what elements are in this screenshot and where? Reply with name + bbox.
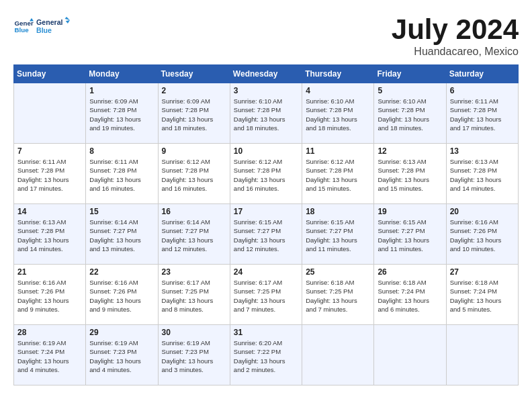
calendar-cell: 1Sunrise: 6:09 AM Sunset: 7:28 PM Daylig… xyxy=(86,83,158,144)
calendar-cell: 8Sunrise: 6:11 AM Sunset: 7:28 PM Daylig… xyxy=(86,144,158,204)
calendar-cell: 24Sunrise: 6:17 AM Sunset: 7:25 PM Dayli… xyxy=(230,265,302,325)
day-info: Sunrise: 6:17 AM Sunset: 7:25 PM Dayligh… xyxy=(162,278,226,314)
day-of-week-header: Friday xyxy=(374,65,446,83)
day-number: 25 xyxy=(306,267,370,277)
day-info: Sunrise: 6:13 AM Sunset: 7:28 PM Dayligh… xyxy=(17,218,82,253)
calendar-cell xyxy=(446,325,518,385)
day-number: 20 xyxy=(450,207,515,216)
calendar-cell: 7Sunrise: 6:11 AM Sunset: 7:28 PM Daylig… xyxy=(14,144,86,204)
day-info: Sunrise: 6:15 AM Sunset: 7:27 PM Dayligh… xyxy=(234,218,298,253)
logo-bird-icon: General Blue xyxy=(36,13,70,39)
day-info: Sunrise: 6:13 AM Sunset: 7:28 PM Dayligh… xyxy=(378,157,442,193)
day-info: Sunrise: 6:12 AM Sunset: 7:28 PM Dayligh… xyxy=(162,157,226,193)
day-info: Sunrise: 6:18 AM Sunset: 7:24 PM Dayligh… xyxy=(378,278,442,314)
day-info: Sunrise: 6:14 AM Sunset: 7:27 PM Dayligh… xyxy=(162,218,226,253)
month-title: July 2024 xyxy=(392,13,519,46)
day-number: 15 xyxy=(89,207,154,216)
calendar-cell: 19Sunrise: 6:15 AM Sunset: 7:27 PM Dayli… xyxy=(374,204,446,265)
calendar-body: 1Sunrise: 6:09 AM Sunset: 7:28 PM Daylig… xyxy=(14,83,519,385)
day-info: Sunrise: 6:17 AM Sunset: 7:25 PM Dayligh… xyxy=(234,278,298,314)
day-number: 14 xyxy=(17,207,82,216)
day-number: 13 xyxy=(450,146,515,156)
day-number: 18 xyxy=(306,207,370,216)
day-number: 30 xyxy=(162,328,226,337)
day-number: 19 xyxy=(378,207,442,216)
title-block: July 2024 Huandacareo, Mexico xyxy=(392,13,519,58)
day-info: Sunrise: 6:10 AM Sunset: 7:28 PM Dayligh… xyxy=(378,97,442,132)
day-number: 12 xyxy=(378,146,442,156)
day-of-week-header: Thursday xyxy=(302,65,374,83)
day-info: Sunrise: 6:19 AM Sunset: 7:24 PM Dayligh… xyxy=(17,338,82,374)
day-number: 8 xyxy=(89,146,154,156)
day-info: Sunrise: 6:10 AM Sunset: 7:28 PM Dayligh… xyxy=(306,97,370,132)
day-info: Sunrise: 6:18 AM Sunset: 7:25 PM Dayligh… xyxy=(306,278,370,314)
day-of-week-header: Saturday xyxy=(446,65,518,83)
day-info: Sunrise: 6:16 AM Sunset: 7:26 PM Dayligh… xyxy=(89,278,154,314)
calendar-cell: 14Sunrise: 6:13 AM Sunset: 7:28 PM Dayli… xyxy=(14,204,86,265)
calendar-cell: 20Sunrise: 6:16 AM Sunset: 7:26 PM Dayli… xyxy=(446,204,518,265)
calendar-header: SundayMondayTuesdayWednesdayThursdayFrid… xyxy=(14,65,519,83)
calendar-week-row: 7Sunrise: 6:11 AM Sunset: 7:28 PM Daylig… xyxy=(14,144,519,204)
calendar-cell: 4Sunrise: 6:10 AM Sunset: 7:28 PM Daylig… xyxy=(302,83,374,144)
calendar-cell xyxy=(302,325,374,385)
svg-marker-6 xyxy=(66,20,70,24)
calendar-week-row: 21Sunrise: 6:16 AM Sunset: 7:26 PM Dayli… xyxy=(14,265,519,325)
day-number: 6 xyxy=(450,86,515,95)
calendar-cell: 21Sunrise: 6:16 AM Sunset: 7:26 PM Dayli… xyxy=(14,265,86,325)
calendar-table: SundayMondayTuesdayWednesdayThursdayFrid… xyxy=(13,64,519,385)
calendar-cell: 30Sunrise: 6:19 AM Sunset: 7:23 PM Dayli… xyxy=(158,325,230,385)
svg-text:Blue: Blue xyxy=(36,26,52,34)
calendar-cell xyxy=(14,83,86,144)
calendar-week-row: 28Sunrise: 6:19 AM Sunset: 7:24 PM Dayli… xyxy=(14,325,519,385)
day-number: 31 xyxy=(234,328,298,337)
day-number: 1 xyxy=(89,86,154,95)
calendar-cell: 25Sunrise: 6:18 AM Sunset: 7:25 PM Dayli… xyxy=(302,265,374,325)
day-info: Sunrise: 6:16 AM Sunset: 7:26 PM Dayligh… xyxy=(450,218,515,253)
day-info: Sunrise: 6:15 AM Sunset: 7:27 PM Dayligh… xyxy=(378,218,442,253)
day-info: Sunrise: 6:14 AM Sunset: 7:27 PM Dayligh… xyxy=(89,218,154,253)
day-info: Sunrise: 6:12 AM Sunset: 7:28 PM Dayligh… xyxy=(306,157,370,193)
calendar-cell: 17Sunrise: 6:15 AM Sunset: 7:27 PM Dayli… xyxy=(230,204,302,265)
location: Huandacareo, Mexico xyxy=(392,46,519,58)
calendar-cell xyxy=(374,325,446,385)
day-info: Sunrise: 6:12 AM Sunset: 7:28 PM Dayligh… xyxy=(234,157,298,193)
calendar-cell: 6Sunrise: 6:11 AM Sunset: 7:28 PM Daylig… xyxy=(446,83,518,144)
day-info: Sunrise: 6:11 AM Sunset: 7:28 PM Dayligh… xyxy=(17,157,82,193)
calendar-cell: 18Sunrise: 6:15 AM Sunset: 7:27 PM Dayli… xyxy=(302,204,374,265)
calendar-cell: 22Sunrise: 6:16 AM Sunset: 7:26 PM Dayli… xyxy=(86,265,158,325)
day-of-week-header: Sunday xyxy=(14,65,86,83)
day-info: Sunrise: 6:18 AM Sunset: 7:24 PM Dayligh… xyxy=(450,278,515,314)
day-info: Sunrise: 6:11 AM Sunset: 7:28 PM Dayligh… xyxy=(450,97,515,132)
day-number: 29 xyxy=(89,328,154,337)
day-number: 7 xyxy=(17,146,82,156)
day-number: 10 xyxy=(234,146,298,156)
day-info: Sunrise: 6:16 AM Sunset: 7:26 PM Dayligh… xyxy=(17,278,82,314)
day-info: Sunrise: 6:20 AM Sunset: 7:22 PM Dayligh… xyxy=(234,338,298,374)
day-number: 5 xyxy=(378,86,442,95)
calendar-cell: 28Sunrise: 6:19 AM Sunset: 7:24 PM Dayli… xyxy=(14,325,86,385)
calendar-cell: 3Sunrise: 6:10 AM Sunset: 7:28 PM Daylig… xyxy=(230,83,302,144)
calendar-cell: 27Sunrise: 6:18 AM Sunset: 7:24 PM Dayli… xyxy=(446,265,518,325)
calendar-cell: 15Sunrise: 6:14 AM Sunset: 7:27 PM Dayli… xyxy=(86,204,158,265)
calendar-cell: 13Sunrise: 6:13 AM Sunset: 7:28 PM Dayli… xyxy=(446,144,518,204)
calendar-week-row: 14Sunrise: 6:13 AM Sunset: 7:28 PM Dayli… xyxy=(14,204,519,265)
day-number: 17 xyxy=(234,207,298,216)
svg-text:General: General xyxy=(36,18,63,26)
page-header: General Blue General Blue July 2024 Huan… xyxy=(13,13,519,58)
calendar-cell: 31Sunrise: 6:20 AM Sunset: 7:22 PM Dayli… xyxy=(230,325,302,385)
day-info: Sunrise: 6:10 AM Sunset: 7:28 PM Dayligh… xyxy=(234,97,298,132)
day-of-week-header: Monday xyxy=(86,65,158,83)
calendar-cell: 12Sunrise: 6:13 AM Sunset: 7:28 PM Dayli… xyxy=(374,144,446,204)
calendar-cell: 2Sunrise: 6:09 AM Sunset: 7:28 PM Daylig… xyxy=(158,83,230,144)
day-info: Sunrise: 6:19 AM Sunset: 7:23 PM Dayligh… xyxy=(89,338,154,374)
day-number: 24 xyxy=(234,267,298,277)
calendar-cell: 29Sunrise: 6:19 AM Sunset: 7:23 PM Dayli… xyxy=(86,325,158,385)
day-number: 11 xyxy=(306,146,370,156)
svg-text:Blue: Blue xyxy=(15,26,30,34)
day-of-week-header: Wednesday xyxy=(230,65,302,83)
day-number: 4 xyxy=(306,86,370,95)
day-number: 23 xyxy=(162,267,226,277)
calendar-week-row: 1Sunrise: 6:09 AM Sunset: 7:28 PM Daylig… xyxy=(14,83,519,144)
day-number: 27 xyxy=(450,267,515,277)
calendar-cell: 9Sunrise: 6:12 AM Sunset: 7:28 PM Daylig… xyxy=(158,144,230,204)
